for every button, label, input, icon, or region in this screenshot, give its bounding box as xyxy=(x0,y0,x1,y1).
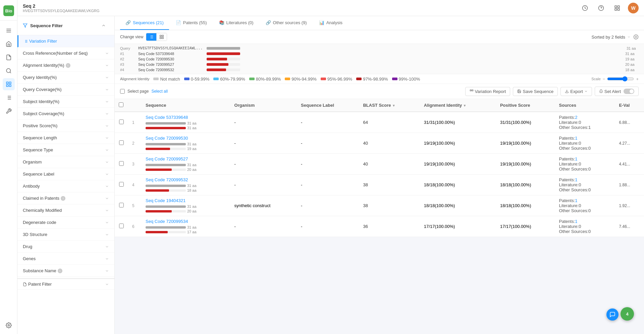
th-positive-score[interactable]: Positive Score xyxy=(496,99,555,112)
seq-link-0[interactable]: Seq Code 537339648 xyxy=(146,115,188,120)
top-header: Seq 2 HVEGTFTSDVSSYLEGQAAKEEIAWLVKGRG W xyxy=(17,0,644,16)
list-view-button[interactable] xyxy=(146,33,156,41)
td-sources-1: Patents:1 Literature:0 Other Sources:0 xyxy=(555,133,615,154)
settings-icon[interactable] xyxy=(633,34,639,40)
legend-color-95-96 xyxy=(321,78,326,80)
filter-section-positive_score[interactable]: Positive Score(%) xyxy=(17,120,114,132)
filter-section-sequence_label[interactable]: Sequence Label xyxy=(17,168,114,180)
svg-rect-7 xyxy=(6,82,8,84)
select-all-link[interactable]: Select all xyxy=(151,89,168,94)
float-badge[interactable]: 4 xyxy=(621,307,634,321)
filter-section-claimed_in_patents[interactable]: Claimed in Patents i xyxy=(17,192,114,204)
filter-section-subject_identity[interactable]: Subject Identity(%) xyxy=(17,96,114,108)
th-alignment-identity-label: Alignment Identity xyxy=(424,103,462,108)
row-checkbox-1[interactable] xyxy=(119,140,124,145)
row-checkbox-4[interactable] xyxy=(119,203,124,207)
set-alert-button[interactable]: Set Alert xyxy=(595,87,639,96)
select-all-checkbox[interactable] xyxy=(119,102,123,107)
nav-chart-button[interactable] xyxy=(3,78,15,90)
filter-section-chemically_modified[interactable]: Chemically Modified xyxy=(17,204,114,217)
query-label: Query xyxy=(120,46,140,50)
th-alignment-identity[interactable]: Alignment Identity ▼ xyxy=(420,99,496,112)
nav-home-button[interactable] xyxy=(3,38,15,50)
legend-99-100: 99%-100% xyxy=(392,77,420,82)
filter-section-substance_name[interactable]: Substance Name i xyxy=(17,265,114,277)
filter-section-drug[interactable]: Drug xyxy=(17,241,114,253)
row-checkbox-5[interactable] xyxy=(119,224,124,228)
svg-rect-24 xyxy=(618,8,620,10)
sorted-by[interactable]: Sorted by 2 fields xyxy=(592,35,631,40)
filter-section-alignment_identity[interactable]: Alignment Identity(%) i xyxy=(17,59,114,71)
th-evalue[interactable]: E-Val xyxy=(615,99,644,112)
export-button[interactable]: Export xyxy=(560,87,592,96)
filter-collapse-button[interactable] xyxy=(98,20,109,31)
nav-docs-button[interactable] xyxy=(3,51,15,63)
filter-section-sequence_type[interactable]: Sequence Type xyxy=(17,144,114,156)
timer-button[interactable] xyxy=(580,3,590,13)
th-sources[interactable]: Sources xyxy=(555,99,615,112)
tab-sequences[interactable]: 🔗 Sequences (21) xyxy=(120,16,169,30)
row-checkbox-2[interactable] xyxy=(119,161,124,166)
td-checkbox-5 xyxy=(115,216,128,237)
tab-analysis[interactable]: 📊 Analysis xyxy=(314,16,348,30)
td-sources-0: Patents:2 Literature:0 Other Sources:1 xyxy=(555,112,615,133)
tab-literatures[interactable]: 📚 Literatures (0) xyxy=(214,16,259,30)
save-sequence-button[interactable]: Save Sequence xyxy=(513,87,558,96)
app-logo[interactable]: Bio xyxy=(3,5,14,16)
legend-60-79: 60%-79.99% xyxy=(213,77,245,82)
filter-section-cross_reference[interactable]: Cross Reference(Number of Seq) xyxy=(17,47,114,59)
seq-link-5[interactable]: Seq Code 720099534 xyxy=(146,219,188,224)
seq-link-4[interactable]: Seq Code 19404321 xyxy=(146,198,185,203)
select-page-checkbox[interactable] xyxy=(120,89,125,94)
filter-section-genes[interactable]: Genes xyxy=(17,253,114,265)
view-buttons xyxy=(146,33,167,41)
chevron-query_coverage xyxy=(105,88,109,92)
filter-section-degenerate_code[interactable]: Degenerate code xyxy=(17,217,114,229)
row-checkbox-3[interactable] xyxy=(119,182,124,187)
nav-menu-button[interactable] xyxy=(3,25,15,37)
td-organism-3: - xyxy=(230,175,297,195)
tab-other-sources[interactable]: 🔗 Other sources (9) xyxy=(260,16,312,30)
scale-minus[interactable]: − xyxy=(603,77,605,82)
row-checkbox-0[interactable] xyxy=(119,120,124,124)
chat-float-button[interactable] xyxy=(606,308,619,321)
svg-rect-43 xyxy=(470,90,471,91)
filter-section-query_identity[interactable]: Query Identity(%) xyxy=(17,71,114,84)
filter-section-query_coverage[interactable]: Query Coverage(%) xyxy=(17,84,114,96)
th-blast-score[interactable]: BLAST Score ▼ xyxy=(359,99,420,112)
nav-grid-button[interactable] xyxy=(3,92,15,104)
filter-section-organism[interactable]: Organism xyxy=(17,156,114,168)
nav-search-button[interactable] xyxy=(3,65,15,77)
td-positive-score-4: 18/18(100.00%) xyxy=(496,195,555,216)
grid-view-button[interactable] xyxy=(156,33,167,41)
align-preview-row: #1 Seq Code 537339648 31 aa xyxy=(120,51,639,56)
help-button[interactable] xyxy=(596,3,606,13)
patent-filter-section[interactable]: Patent Filter xyxy=(17,278,114,290)
legend-color-99-100 xyxy=(392,78,397,80)
tab-patents[interactable]: 📄 Patents (55) xyxy=(170,16,212,30)
filter-section-sequence_length[interactable]: Sequence Length xyxy=(17,132,114,144)
td-seq-label-0: - xyxy=(297,112,359,133)
th-sequence[interactable]: Sequence xyxy=(142,99,230,112)
nav-settings-button[interactable] xyxy=(3,319,15,331)
variation-filter-section[interactable]: Variation Filter xyxy=(17,35,114,47)
filter-section-subject_coverage[interactable]: Subject Coverage(%) xyxy=(17,108,114,120)
svg-point-17 xyxy=(8,325,9,326)
panel-toggle[interactable] xyxy=(114,169,115,182)
mini-bar-query-1: 31 aa xyxy=(146,142,226,146)
seq-link-2[interactable]: Seq Code 720099527 xyxy=(146,156,188,161)
th-sequence-label-col[interactable]: Sequence Label xyxy=(297,99,359,112)
scale-slider[interactable] xyxy=(607,76,634,82)
seq-link-1[interactable]: Seq Code 720099530 xyxy=(146,136,188,141)
set-alert-toggle[interactable] xyxy=(624,89,634,94)
th-organism[interactable]: Organism xyxy=(230,99,297,112)
seq-link-3[interactable]: Seq Code 720099532 xyxy=(146,177,188,182)
td-evalue-3: 1.88... xyxy=(615,175,644,195)
variation-report-button[interactable]: Variation Report xyxy=(465,87,511,96)
scale-plus[interactable]: + xyxy=(636,77,639,82)
nav-tools-button[interactable] xyxy=(3,105,15,117)
filter-section-3d_structure[interactable]: 3D Structure xyxy=(17,229,114,241)
filter-section-antibody[interactable]: Antibody xyxy=(17,180,114,192)
user-avatar[interactable]: W xyxy=(628,3,639,13)
apps-button[interactable] xyxy=(612,3,623,13)
